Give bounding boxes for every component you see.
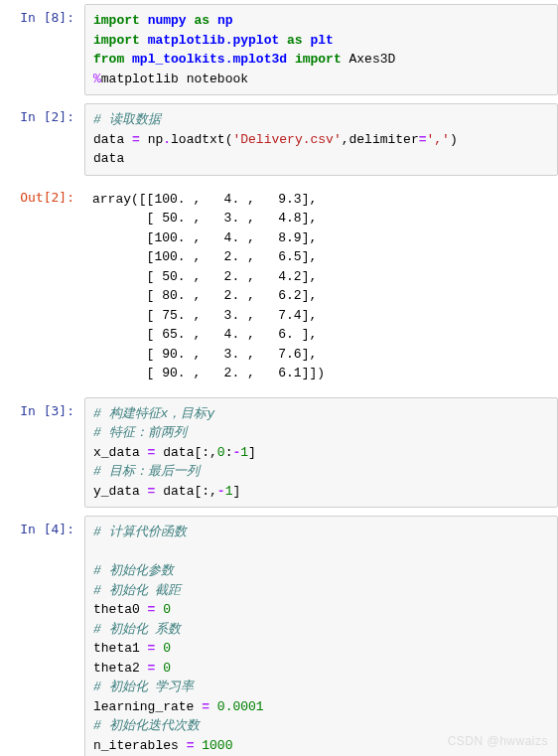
notebook: In [8]:import numpy as np import matplot… bbox=[0, 0, 558, 756]
code-input[interactable]: # 计算代价函数 # 初始化参数 # 初始化 截距 theta0 = 0 # 初… bbox=[84, 516, 558, 756]
input-cell: In [3]:# 构建特征x，目标y # 特征：前两列 x_data = dat… bbox=[0, 393, 558, 513]
in-prompt: In [8]: bbox=[0, 4, 84, 25]
code-input[interactable]: import numpy as np import matplotlib.pyp… bbox=[84, 4, 558, 95]
input-cell: In [8]:import numpy as np import matplot… bbox=[0, 0, 558, 99]
in-prompt: In [2]: bbox=[0, 103, 84, 124]
watermark: CSDN @hwwaizs bbox=[448, 734, 548, 748]
out-prompt: Out[2]: bbox=[0, 184, 84, 205]
input-cell: In [4]:# 计算代价函数 # 初始化参数 # 初始化 截距 theta0 … bbox=[0, 512, 558, 756]
output-text: array([[100. , 4. , 9.3], [ 50. , 3. , 4… bbox=[84, 184, 558, 389]
in-prompt: In [4]: bbox=[0, 516, 84, 536]
in-prompt: In [3]: bbox=[0, 397, 84, 418]
input-cell: In [2]:# 读取数据 data = np.loadtxt('Deliver… bbox=[0, 99, 558, 180]
code-input[interactable]: # 构建特征x，目标y # 特征：前两列 x_data = data[:,0:-… bbox=[84, 397, 558, 509]
output-cell: Out[2]:array([[100. , 4. , 9.3], [ 50. ,… bbox=[0, 180, 558, 393]
code-input[interactable]: # 读取数据 data = np.loadtxt('Delivery.csv',… bbox=[84, 103, 558, 176]
